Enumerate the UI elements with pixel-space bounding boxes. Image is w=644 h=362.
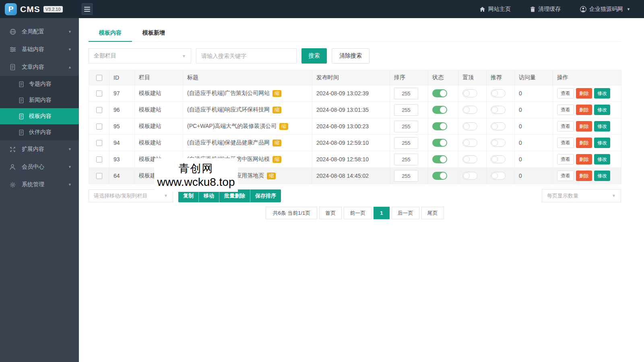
recommend-toggle[interactable]	[491, 106, 506, 114]
col-recommend: 推荐	[487, 70, 515, 85]
topbar-link-site-home[interactable]: 网站主页	[479, 6, 511, 13]
edit-button[interactable]: 修改	[594, 138, 610, 148]
edit-button[interactable]: 修改	[594, 121, 610, 132]
pagination-first[interactable]: 首页	[319, 207, 342, 219]
view-button[interactable]: 查看	[557, 105, 574, 115]
row-checkbox[interactable]	[96, 123, 102, 130]
row-checkbox[interactable]	[96, 173, 102, 179]
cell-date: 2024-08-09 13:02:39	[312, 85, 390, 102]
content-tabs: 模板内容 模板新增	[89, 29, 621, 42]
status-toggle[interactable]	[432, 155, 447, 163]
status-toggle[interactable]	[432, 122, 447, 130]
page-size-select[interactable]: 每页显示数量 ▼	[542, 189, 621, 202]
sidebar-item-basic-content[interactable]: 基础内容 ▼	[0, 41, 79, 58]
tab-template-add[interactable]: 模板新增	[132, 29, 175, 41]
row-checkbox[interactable]	[96, 90, 102, 97]
row-title-link[interactable]: (自适应手机端)保健品健康产品网	[187, 139, 270, 146]
row-title-link[interactable]: (自适应手机端)广告策划公司网站	[187, 90, 270, 96]
chevron-down-icon: ▼	[164, 193, 168, 198]
view-button[interactable]: 查看	[557, 171, 574, 181]
top-toggle[interactable]	[462, 89, 477, 97]
status-toggle[interactable]	[432, 89, 447, 97]
sort-input[interactable]	[394, 88, 418, 99]
status-toggle[interactable]	[432, 106, 447, 114]
recommend-toggle[interactable]	[491, 155, 506, 163]
delete-button[interactable]: 删除	[576, 154, 592, 165]
pagination-last[interactable]: 尾页	[421, 207, 444, 219]
hamburger-menu-icon[interactable]	[82, 3, 93, 15]
user-circle-icon	[580, 6, 586, 12]
top-toggle[interactable]	[462, 172, 477, 180]
row-checkbox[interactable]	[96, 140, 102, 146]
row-checkbox[interactable]	[96, 107, 102, 113]
delete-button[interactable]: 删除	[576, 171, 592, 181]
save-sort-button[interactable]: 保存排序	[250, 189, 281, 202]
sidebar-subitem-partner-content[interactable]: 伙伴内容	[0, 124, 79, 140]
topbar-link-clear-cache[interactable]: 清理缓存	[530, 6, 561, 13]
delete-button[interactable]: 删除	[576, 121, 592, 132]
delete-button[interactable]: 删除	[576, 88, 592, 99]
cell-category: 模板建站	[135, 102, 183, 118]
sort-input[interactable]	[394, 137, 418, 149]
recommend-toggle[interactable]	[491, 89, 506, 97]
expand-icon	[10, 146, 17, 152]
clear-search-button[interactable]: 清除搜索	[332, 48, 369, 64]
view-button[interactable]: 查看	[557, 154, 574, 165]
search-button[interactable]: 搜索	[301, 48, 327, 64]
top-toggle[interactable]	[462, 122, 477, 130]
cell-date: 2024-08-09 13:01:35	[312, 102, 390, 118]
search-input[interactable]	[196, 48, 297, 64]
view-button[interactable]: 查看	[557, 138, 574, 148]
tab-template-content[interactable]: 模板内容	[89, 29, 132, 42]
table-header-row: ID 栏目 标题 发布时间 排序 状态 置顶 推荐 访问量 操作	[89, 70, 621, 85]
delete-button[interactable]: 删除	[576, 105, 592, 115]
row-title-link[interactable]: (PC+WAP)高端大气的装修装潢公司	[187, 123, 277, 129]
edit-button[interactable]: 修改	[594, 105, 610, 115]
sort-input[interactable]	[394, 121, 418, 132]
topbar-user-menu[interactable]: 企业猫源码网 ▼	[580, 6, 630, 13]
top-toggle[interactable]	[462, 155, 477, 163]
chevron-up-icon: ▲	[68, 65, 72, 69]
category-select[interactable]: 全部栏目 ▼	[89, 48, 191, 64]
row-checkbox[interactable]	[96, 156, 102, 162]
edit-button[interactable]: 修改	[594, 88, 610, 99]
sidebar-item-member-center[interactable]: 会员中心 ▼	[0, 158, 79, 176]
pagination: 共6条 当前1/1页 首页 前一页 1 后一页 尾页	[89, 207, 621, 219]
pagination-prev[interactable]: 前一页	[344, 207, 372, 219]
edit-button[interactable]: 修改	[594, 171, 610, 181]
top-toggle[interactable]	[462, 106, 477, 114]
sidebar-item-extend-content[interactable]: 扩展内容 ▼	[0, 140, 79, 158]
sidebar-item-system-manage[interactable]: 系统管理 ▼	[0, 176, 79, 193]
cell-id: 96	[109, 102, 135, 118]
cell-visits: 0	[515, 135, 553, 151]
status-toggle[interactable]	[432, 172, 447, 180]
row-title-link[interactable]: (自适应手机端)响应式环保科技网	[187, 106, 270, 113]
edit-button[interactable]: 修改	[594, 154, 610, 165]
recommend-toggle[interactable]	[491, 139, 506, 147]
sidebar-subitem-template-content[interactable]: 模板内容	[0, 108, 79, 124]
view-button[interactable]: 查看	[557, 121, 574, 132]
cell-visits: 0	[515, 118, 553, 135]
sort-input[interactable]	[394, 170, 418, 182]
gear-icon	[10, 182, 17, 188]
sidebar-subitem-news-content[interactable]: 新闻内容	[0, 92, 79, 108]
sidebar-item-article-content[interactable]: 文章内容 ▲	[0, 58, 79, 76]
sort-input[interactable]	[394, 154, 418, 165]
sort-input[interactable]	[394, 104, 418, 116]
sidebar-subitem-topic-content[interactable]: 专题内容	[0, 76, 79, 92]
delete-button[interactable]: 删除	[576, 138, 592, 148]
cell-id: 94	[109, 135, 135, 151]
pagination-page-1[interactable]: 1	[374, 207, 389, 219]
col-top: 置顶	[458, 70, 487, 85]
select-all-checkbox[interactable]	[96, 75, 102, 81]
version-badge: V3.2.10	[43, 6, 63, 12]
chevron-down-icon: ▼	[68, 30, 72, 34]
top-toggle[interactable]	[462, 139, 477, 147]
pagination-next[interactable]: 后一页	[392, 207, 419, 219]
sidebar-item-global-config[interactable]: 全局配置 ▼	[0, 23, 79, 41]
status-toggle[interactable]	[432, 139, 447, 147]
recommend-toggle[interactable]	[491, 172, 506, 180]
view-button[interactable]: 查看	[557, 88, 574, 99]
thumbnail-badge: 缩	[272, 107, 281, 113]
recommend-toggle[interactable]	[491, 122, 506, 130]
